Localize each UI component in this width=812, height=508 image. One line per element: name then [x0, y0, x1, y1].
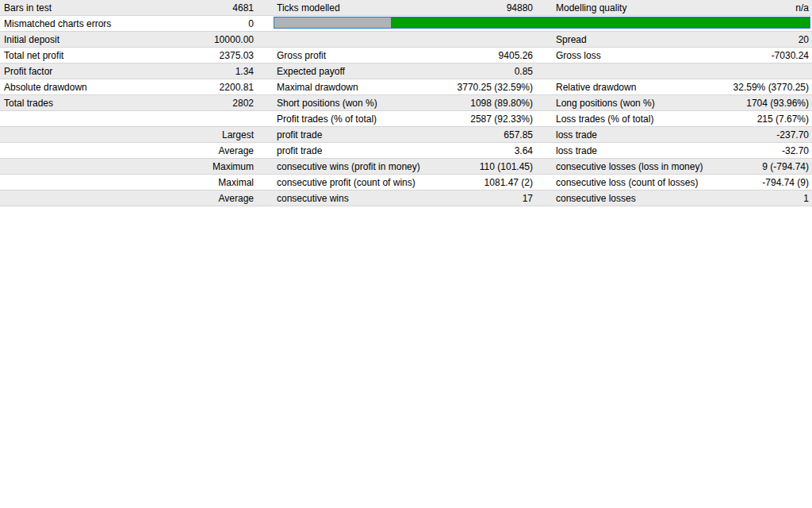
- metric-label: Ticks modelled: [277, 2, 340, 13]
- metric-label: Initial deposit: [4, 34, 59, 45]
- metric-value: -794.74 (9): [698, 177, 809, 188]
- metric-value: 2802: [53, 98, 254, 109]
- metric-value: 1704 (93.96%): [655, 98, 809, 109]
- metric-value: 32.59% (3770.25): [636, 82, 809, 93]
- metric-value: n/a: [626, 2, 809, 13]
- metric-value: 110 (101.45): [420, 161, 533, 172]
- metric-value: 0.85: [345, 66, 533, 77]
- metric-label: Mismatched charts errors: [4, 18, 111, 29]
- metric-label: Loss trades (% of total): [556, 114, 653, 125]
- empty-report-area: [0, 206, 812, 508]
- metric-value: 1098 (89.80%): [377, 98, 533, 109]
- metric-value: Average: [4, 193, 254, 204]
- metric-label: consecutive loss (count of losses): [556, 177, 698, 188]
- table-row: Maximum consecutive wins (profit in mone…: [0, 159, 812, 175]
- metric-label: profit trade: [277, 129, 322, 140]
- metric-label: Total trades: [4, 98, 53, 109]
- metric-label: Maximal drawdown: [277, 82, 358, 93]
- metric-value: 94880: [340, 2, 533, 13]
- metric-value: 17: [349, 193, 533, 204]
- table-row: Largest profit trade657.85 loss trade-23…: [0, 127, 812, 143]
- metric-label: consecutive wins: [277, 193, 349, 204]
- table-row: Average profit trade3.64 loss trade-32.7…: [0, 143, 812, 159]
- metric-value: 657.85: [322, 129, 533, 140]
- metric-label: Total net profit: [4, 50, 63, 61]
- metric-label: Expected payoff: [277, 66, 345, 77]
- table-row: Initial deposit10000.00 Spread20: [0, 32, 812, 48]
- table-row: Total net profit2375.03 Gross profit9405…: [0, 48, 812, 64]
- metric-label: Profit trades (% of total): [277, 114, 377, 125]
- metric-value: Average: [4, 145, 254, 156]
- metric-label: consecutive profit (count of wins): [277, 177, 416, 188]
- strategy-tester-report: Bars in test4681 Ticks modelled94880 Mod…: [0, 0, 812, 508]
- metric-label: Modelling quality: [556, 2, 626, 13]
- table-row: Absolute drawdown2200.81 Maximal drawdow…: [0, 79, 812, 95]
- metric-value: -32.70: [597, 145, 809, 156]
- metric-value: Maximum: [4, 161, 254, 172]
- metric-label: Profit factor: [4, 66, 52, 77]
- modelling-quality-bar-unfilled: [274, 17, 391, 28]
- metric-label: Long positions (won %): [556, 98, 655, 109]
- modelling-quality-bar-filled: [391, 17, 810, 28]
- metric-value: 9405.26: [326, 50, 533, 61]
- metric-label: Short positions (won %): [277, 98, 377, 109]
- table-row: Total trades2802 Short positions (won %)…: [0, 95, 812, 111]
- metric-value: 2587 (92.33%): [377, 114, 533, 125]
- table-row: Average consecutive wins17 consecutive l…: [0, 190, 812, 206]
- metric-value: 2200.81: [87, 82, 254, 93]
- metric-label: loss trade: [556, 129, 597, 140]
- metric-value: 2375.03: [63, 50, 254, 61]
- metric-value: Maximal: [4, 177, 254, 188]
- metric-value: 4681: [52, 2, 254, 13]
- metric-value: 3.64: [322, 145, 533, 156]
- metric-value: 0: [111, 18, 254, 29]
- metric-label: Gross profit: [277, 50, 326, 61]
- metric-value: 1: [636, 193, 809, 204]
- metric-value: 20: [587, 34, 809, 45]
- metric-value: -237.70: [597, 129, 809, 140]
- table-row: Mismatched charts errors0: [0, 16, 812, 32]
- modelling-quality-progress-bar: [274, 17, 810, 29]
- table-row: Bars in test4681 Ticks modelled94880 Mod…: [0, 0, 812, 16]
- metric-label: consecutive losses: [556, 193, 636, 204]
- metric-value: 215 (7.67%): [653, 114, 809, 125]
- metric-value: 9 (-794.74): [703, 161, 809, 172]
- table-row: Profit factor1.34 Expected payoff0.85: [0, 64, 812, 79]
- metric-label: Gross loss: [556, 50, 601, 61]
- metric-label: Bars in test: [4, 2, 52, 13]
- metric-value: 3770.25 (32.59%): [358, 82, 533, 93]
- metric-value: 10000.00: [59, 34, 254, 45]
- table-row: Maximal consecutive profit (count of win…: [0, 175, 812, 190]
- metric-label: Spread: [556, 34, 587, 45]
- table-row: Profit trades (% of total)2587 (92.33%) …: [0, 111, 812, 127]
- metric-value: -7030.24: [601, 50, 809, 61]
- metric-label: Absolute drawdown: [4, 82, 87, 93]
- metric-label: profit trade: [277, 145, 322, 156]
- metric-value: Largest: [4, 129, 254, 140]
- metric-value: 1081.47 (2): [416, 177, 533, 188]
- metric-label: consecutive wins (profit in money): [277, 161, 420, 172]
- metric-label: consecutive losses (loss in money): [556, 161, 703, 172]
- metric-value: 1.34: [52, 66, 254, 77]
- metric-label: loss trade: [556, 145, 597, 156]
- metric-label: Relative drawdown: [556, 82, 636, 93]
